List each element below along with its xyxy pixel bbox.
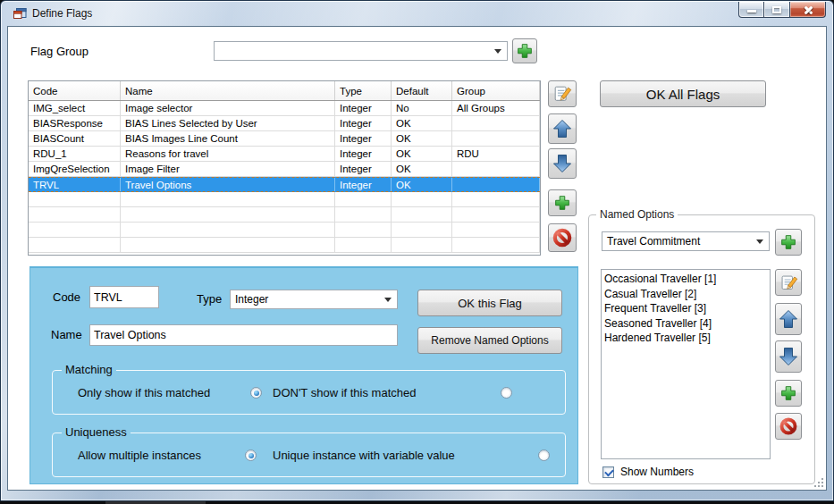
cell-code[interactable]: RDU_1	[29, 147, 121, 161]
cell-code[interactable]: ImgQreSelection	[29, 162, 121, 176]
table-row-selected[interactable]: TRVL Travel Options Integer OK	[29, 177, 540, 192]
add-flag-button[interactable]	[548, 189, 577, 216]
cell-default[interactable]: OK	[392, 131, 452, 146]
table-row[interactable]: BIASResponse BIAS Lines Selected by User…	[29, 116, 540, 131]
list-item[interactable]: Seasoned Traveller [4]	[604, 316, 770, 332]
list-item[interactable]: Casual Traveller [2]	[604, 287, 770, 302]
block-icon	[552, 227, 573, 248]
cell-type[interactable]: Integer	[335, 178, 392, 191]
radio-dont-show-if-matched[interactable]: DON'T show if this matched	[273, 386, 512, 399]
table-row-empty[interactable]	[29, 192, 540, 207]
move-option-down-button[interactable]	[775, 340, 802, 373]
delete-option-button[interactable]	[775, 413, 802, 440]
table-row[interactable]: ImgQreSelection Image Filter Integer OK	[29, 162, 540, 177]
remove-named-options-button[interactable]: Remove Named Options	[417, 327, 562, 354]
window-title: Define Flags	[32, 7, 92, 20]
minimize-button[interactable]	[738, 2, 764, 18]
cell-group[interactable]: All Groups	[452, 101, 540, 115]
name-label: Name	[51, 328, 82, 341]
dialog-client-area: Flag Group Code Name Type Default Group …	[7, 26, 827, 491]
move-option-up-button[interactable]	[775, 303, 802, 335]
code-input[interactable]	[89, 286, 159, 308]
cell-type[interactable]: Integer	[335, 131, 392, 146]
table-row-empty[interactable]	[29, 223, 540, 238]
radio-allow-multiple-instances[interactable]: Allow multiple instances	[78, 449, 257, 462]
show-numbers-label: Show Numbers	[620, 466, 694, 478]
edit-option-button[interactable]	[775, 269, 802, 296]
plus-icon	[515, 41, 535, 61]
delete-flag-button[interactable]	[548, 223, 577, 252]
edit-flag-button[interactable]	[548, 80, 577, 107]
show-numbers-checkbox[interactable]: Show Numbers	[602, 466, 694, 478]
option-set-combobox[interactable]: Travel Commitment	[602, 231, 770, 251]
cell-code[interactable]: TRVL	[29, 178, 121, 191]
radio-icon	[250, 387, 262, 399]
radio-icon	[501, 387, 512, 399]
table-row[interactable]: IMG_select Image selector Integer No All…	[29, 101, 540, 116]
add-flag-group-button[interactable]	[512, 38, 537, 63]
cell-group[interactable]	[452, 162, 540, 176]
cell-name[interactable]: BIAS Images Line Count	[121, 131, 335, 146]
column-header-group[interactable]: Group	[452, 81, 540, 100]
cell-default[interactable]: No	[392, 101, 452, 115]
list-item[interactable]: Hardened Traveller [5]	[604, 331, 770, 346]
table-row[interactable]: RDU_1 Reasons for travel Integer OK RDU	[29, 147, 540, 162]
type-label: Type	[197, 292, 222, 306]
ok-this-flag-button[interactable]: OK this Flag	[417, 290, 562, 316]
move-flag-down-button[interactable]	[548, 148, 577, 179]
cell-name[interactable]: BIAS Lines Selected by User	[121, 116, 335, 130]
arrow-down-icon	[778, 345, 799, 368]
cell-default[interactable]: OK	[392, 147, 452, 161]
name-input[interactable]	[89, 324, 398, 346]
cell-code[interactable]: BIASResponse	[29, 116, 121, 130]
column-header-name[interactable]: Name	[121, 81, 335, 100]
cell-default[interactable]: OK	[392, 178, 452, 191]
cell-name[interactable]: Reasons for travel	[121, 147, 335, 161]
cell-name[interactable]: Travel Options	[121, 178, 335, 191]
cell-code[interactable]: BIASCount	[29, 131, 121, 146]
option-set-value: Travel Commitment	[607, 235, 700, 248]
maximize-button[interactable]	[764, 2, 789, 18]
ok-all-flags-button[interactable]: OK All Flags	[600, 80, 766, 107]
column-header-default[interactable]: Default	[392, 81, 452, 100]
type-value: Integer	[235, 293, 268, 306]
code-label: Code	[53, 290, 80, 304]
cell-type[interactable]: Integer	[335, 147, 392, 161]
cell-group[interactable]: RDU	[452, 147, 540, 161]
define-flags-window: Define Flags Flag Group Code Name Type D…	[0, 0, 834, 501]
cell-name[interactable]: Image Filter	[121, 162, 335, 176]
cell-default[interactable]: OK	[392, 162, 452, 176]
radio-only-show-if-matched[interactable]: Only show if this matched	[78, 386, 262, 399]
table-row-empty[interactable]	[29, 207, 540, 223]
move-flag-up-button[interactable]	[548, 113, 577, 144]
table-row[interactable]: BIASCount BIAS Images Line Count Integer…	[29, 131, 540, 147]
resize-grip[interactable]	[813, 477, 824, 488]
chevron-down-icon	[494, 49, 501, 54]
column-header-code[interactable]: Code	[29, 81, 121, 100]
table-row-empty[interactable]	[29, 238, 540, 253]
cell-group[interactable]	[452, 131, 540, 146]
flag-group-label: Flag Group	[30, 45, 88, 58]
list-item[interactable]: Frequent Traveller [3]	[604, 301, 770, 316]
cell-type[interactable]: Integer	[335, 162, 392, 176]
cell-default[interactable]: OK	[392, 116, 452, 130]
cell-type[interactable]: Integer	[335, 116, 392, 130]
radio-unique-instance-variable-value[interactable]: Unique instance with variable value	[273, 449, 550, 462]
arrow-up-icon	[552, 117, 573, 140]
add-option-set-button[interactable]	[775, 229, 802, 256]
add-option-button[interactable]	[775, 380, 802, 407]
radio-label: DON'T show if this matched	[273, 386, 416, 399]
cell-code[interactable]: IMG_select	[29, 101, 121, 115]
flag-group-combobox[interactable]	[214, 41, 508, 61]
chevron-down-icon	[756, 239, 763, 244]
close-button[interactable]	[789, 2, 826, 18]
cell-name[interactable]: Image selector	[121, 101, 335, 115]
cell-type[interactable]: Integer	[335, 101, 392, 115]
cell-group[interactable]	[452, 178, 540, 191]
cell-group[interactable]	[452, 116, 540, 130]
titlebar[interactable]: Define Flags	[1, 1, 833, 26]
column-header-type[interactable]: Type	[335, 81, 392, 100]
type-combobox[interactable]: Integer	[230, 290, 398, 309]
plus-icon	[779, 232, 798, 252]
list-item[interactable]: Occasional Traveller [1]	[604, 272, 770, 287]
